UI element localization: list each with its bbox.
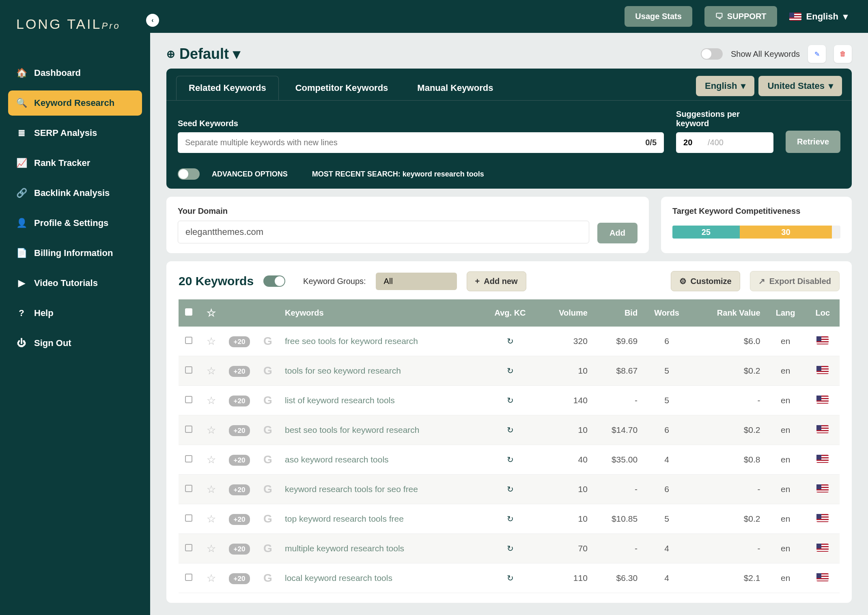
keyword-cell[interactable]: aso keyword research tools [280, 445, 481, 475]
star-icon[interactable]: ☆ [207, 572, 216, 584]
sidebar-item-help[interactable]: ?Help [8, 301, 142, 326]
col-rank-value[interactable]: Rank Value [691, 299, 765, 327]
suggestions-input[interactable] [683, 138, 708, 147]
refresh-icon[interactable]: ↻ [507, 544, 514, 553]
project-selector[interactable]: ⊕ Default ▾ [166, 45, 240, 62]
search-language-select[interactable]: English ▾ [696, 76, 754, 96]
advanced-toggle[interactable] [178, 168, 200, 180]
keyword-cell[interactable]: top keyword research tools free [280, 504, 481, 534]
refresh-icon[interactable]: ↻ [507, 455, 514, 464]
sidebar-item-dashboard[interactable]: 🏠Dashboard [8, 60, 142, 86]
sidebar-item-serp-analysis[interactable]: ≣SERP Analysis [8, 120, 142, 146]
edit-button[interactable]: ✎ [808, 45, 826, 63]
expand-badge[interactable]: +20 [229, 396, 250, 406]
row-checkbox[interactable] [185, 426, 192, 433]
sidebar-item-rank-tracker[interactable]: 📈Rank Tracker [8, 151, 142, 176]
refresh-icon[interactable]: ↻ [507, 514, 514, 523]
row-checkbox[interactable] [185, 514, 192, 522]
google-icon[interactable]: G [263, 542, 272, 555]
row-checkbox[interactable] [185, 396, 192, 403]
keywords-toggle[interactable] [263, 275, 285, 287]
add-group-button[interactable]: +Add new [467, 271, 526, 291]
recent-search-label: MOST RECENT SEARCH: keyword research too… [312, 170, 484, 178]
rank-cell: - [691, 475, 765, 504]
add-domain-button[interactable]: Add [597, 223, 638, 243]
refresh-icon[interactable]: ↻ [507, 337, 514, 346]
row-checkbox[interactable] [185, 455, 192, 462]
keyword-cell[interactable]: best seo tools for keyword research [280, 415, 481, 445]
expand-badge[interactable]: +20 [229, 336, 250, 347]
refresh-icon[interactable]: ↻ [507, 396, 514, 405]
sidebar-item-sign-out[interactable]: ⏻Sign Out [8, 331, 142, 356]
usage-stats-button[interactable]: Usage Stats [625, 6, 692, 27]
show-all-toggle[interactable] [701, 48, 723, 60]
row-checkbox[interactable] [185, 574, 192, 581]
keyword-cell[interactable]: local keyword research tools [280, 563, 481, 593]
col-lang[interactable]: Lang [765, 299, 806, 327]
star-icon[interactable]: ☆ [207, 335, 216, 347]
keyword-cell[interactable]: keyword research tools for seo free [280, 475, 481, 504]
delete-button[interactable]: 🗑 [834, 45, 852, 63]
star-icon[interactable]: ☆ [207, 365, 216, 377]
col-loc[interactable]: Loc [806, 299, 840, 327]
domain-input[interactable] [178, 221, 589, 243]
col-bid[interactable]: Bid [592, 299, 642, 327]
google-icon[interactable]: G [263, 512, 272, 525]
sidebar-collapse-button[interactable]: ‹ [146, 14, 159, 27]
google-icon[interactable]: G [263, 364, 272, 377]
tab-related-keywords[interactable]: Related Keywords [176, 76, 279, 100]
expand-badge[interactable]: +20 [229, 573, 250, 584]
google-icon[interactable]: G [263, 424, 272, 436]
expand-badge[interactable]: +20 [229, 366, 250, 377]
keyword-cell[interactable]: multiple keyword research tools [280, 534, 481, 563]
col-keywords[interactable]: Keywords [280, 299, 481, 327]
star-icon[interactable]: ☆ [207, 483, 216, 495]
google-icon[interactable]: G [263, 572, 272, 584]
tab-competitor-keywords[interactable]: Competitor Keywords [283, 76, 401, 100]
retrieve-button[interactable]: Retrieve [786, 131, 840, 153]
row-checkbox[interactable] [185, 337, 192, 344]
sidebar-item-backlink-analysis[interactable]: 🔗Backlink Analysis [8, 181, 142, 206]
loc-cell [806, 475, 840, 504]
row-checkbox[interactable] [185, 366, 192, 374]
seed-keywords-input[interactable] [185, 138, 645, 147]
star-icon[interactable]: ☆ [207, 513, 216, 525]
star-icon[interactable]: ☆ [207, 394, 216, 406]
google-icon[interactable]: G [263, 335, 272, 347]
refresh-icon[interactable]: ↻ [507, 574, 514, 583]
language-selector[interactable]: English▾ [789, 11, 848, 22]
refresh-icon[interactable]: ↻ [507, 426, 514, 434]
select-all-checkbox[interactable] [185, 308, 192, 316]
row-checkbox[interactable] [185, 485, 192, 492]
star-icon[interactable]: ☆ [207, 424, 216, 436]
keyword-cell[interactable]: list of keyword research tools [280, 386, 481, 415]
google-icon[interactable]: G [263, 483, 272, 495]
customize-button[interactable]: ⚙Customize [671, 271, 740, 291]
refresh-icon[interactable]: ↻ [507, 485, 514, 494]
nav-icon: 🔍 [16, 98, 27, 108]
expand-badge[interactable]: +20 [229, 544, 250, 555]
star-icon[interactable]: ☆ [207, 454, 216, 466]
sidebar-item-keyword-research[interactable]: 🔍Keyword Research [8, 90, 142, 116]
keyword-cell[interactable]: free seo tools for keyword research [280, 327, 481, 356]
row-checkbox[interactable] [185, 544, 192, 551]
google-icon[interactable]: G [263, 394, 272, 406]
refresh-icon[interactable]: ↻ [507, 366, 514, 375]
sidebar-item-profile-settings[interactable]: 👤Profile & Settings [8, 211, 142, 236]
expand-badge[interactable]: +20 [229, 455, 250, 466]
keyword-cell[interactable]: tools for seo keyword research [280, 356, 481, 386]
google-icon[interactable]: G [263, 453, 272, 466]
star-icon[interactable]: ☆ [207, 542, 216, 555]
sidebar-item-video-tutorials[interactable]: ▶Video Tutorials [8, 271, 142, 296]
tab-manual-keywords[interactable]: Manual Keywords [405, 76, 506, 100]
search-location-select[interactable]: United States ▾ [758, 76, 842, 96]
expand-badge[interactable]: +20 [229, 514, 250, 525]
expand-badge[interactable]: +20 [229, 425, 250, 436]
support-button[interactable]: 🗨SUPPORT [704, 6, 777, 27]
col-volume[interactable]: Volume [539, 299, 592, 327]
expand-badge[interactable]: +20 [229, 484, 250, 495]
sidebar-item-billing-information[interactable]: 📄Billing Information [8, 241, 142, 266]
keyword-groups-select[interactable]: All [376, 273, 457, 290]
col-words[interactable]: Words [642, 299, 691, 327]
col-avg-kc[interactable]: Avg. KC [481, 299, 538, 327]
